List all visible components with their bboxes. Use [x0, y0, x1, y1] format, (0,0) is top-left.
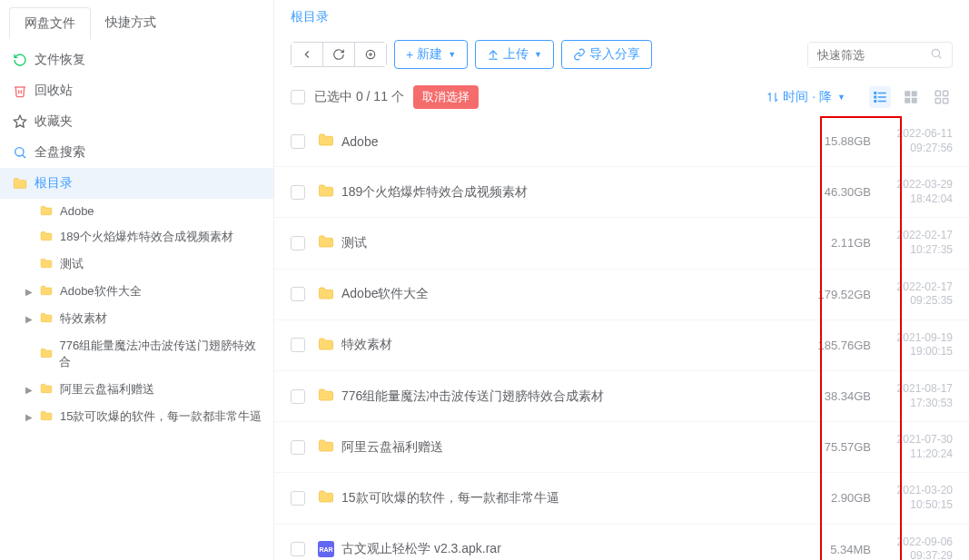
file-type-icon — [318, 388, 334, 405]
import-share-button[interactable]: 导入分享 — [561, 40, 652, 69]
svg-rect-10 — [874, 96, 876, 99]
row-checkbox[interactable] — [291, 338, 305, 352]
file-row[interactable]: 189个火焰爆炸特效合成视频素材 46.30GB 2022-03-2918:42… — [274, 167, 969, 218]
file-date: 2022-06-1109:27:56 — [884, 127, 953, 155]
file-row[interactable]: Adobe软件大全 179.52GB 2022-02-1709:25:35 — [274, 270, 969, 320]
nav-list: 文件恢复 回收站 收藏夹 全盘搜索 — [0, 39, 273, 436]
file-type-icon — [318, 337, 334, 354]
file-row[interactable]: RAR古文观止轻松学 v2.3.apk.rar 5.34MB 2022-09-0… — [274, 525, 969, 561]
nav-favorites[interactable]: 收藏夹 — [0, 106, 273, 137]
row-checkbox[interactable] — [291, 491, 305, 506]
file-row[interactable]: Adobe 15.88GB 2022-06-1109:27:56 — [274, 116, 969, 167]
button-label: 上传 — [503, 46, 529, 63]
file-type-icon — [318, 183, 334, 201]
tree-item[interactable]: 测试 — [15, 251, 273, 278]
tree-item-label: Adobe — [60, 204, 94, 218]
file-name-text: 测试 — [341, 235, 367, 251]
file-name-text: 阿里云盘福利赠送 — [341, 439, 443, 456]
tab-shortcuts[interactable]: 快捷方式 — [91, 7, 171, 39]
new-button[interactable]: + 新建 ▼ — [394, 40, 468, 69]
tree-item[interactable]: 189个火焰爆炸特效合成视频素材 — [15, 223, 273, 251]
search-icon[interactable] — [921, 47, 952, 63]
upload-button[interactable]: 上传 ▼ — [475, 40, 554, 69]
svg-point-6 — [932, 49, 939, 56]
svg-rect-19 — [944, 91, 948, 95]
target-button[interactable] — [355, 43, 386, 66]
file-size: 2.11GB — [798, 236, 871, 250]
toolbar: + 新建 ▼ 上传 ▼ 导入分享 — [274, 34, 969, 78]
file-date: 2022-09-0609:37:29 — [884, 535, 953, 561]
svg-rect-13 — [878, 101, 886, 103]
file-size: 5.34MB — [798, 543, 871, 556]
main-panel: 根目录 + 新建 ▼ 上传 ▼ — [274, 0, 969, 560]
row-checkbox[interactable] — [291, 287, 305, 301]
row-checkbox[interactable] — [291, 236, 305, 251]
file-name: RAR古文观止轻松学 v2.3.apk.rar — [318, 541, 786, 557]
row-checkbox[interactable] — [291, 134, 305, 149]
tree-item[interactable]: ▶Adobe软件大全 — [15, 278, 273, 305]
view-list-icon[interactable] — [869, 86, 891, 108]
file-type-icon — [318, 234, 334, 251]
folder-icon — [40, 383, 54, 396]
refresh-button[interactable] — [323, 43, 355, 66]
select-all-checkbox[interactable] — [291, 90, 305, 104]
search-icon — [13, 145, 27, 160]
sort-dropdown[interactable]: 时间 · 降 ▼ — [766, 89, 845, 105]
folder-tree: Adobe189个火焰爆炸特效合成视频素材测试▶Adobe软件大全▶特效素材77… — [0, 199, 273, 430]
file-row[interactable]: 测试 2.11GB 2022-02-1710:27:35 — [274, 218, 969, 269]
row-checkbox[interactable] — [291, 185, 305, 200]
sort-icon — [766, 91, 779, 103]
file-name: 776组能量魔法冲击波传送门翅膀特效合成素材 — [318, 388, 786, 405]
file-date: 2021-08-1717:30:53 — [884, 382, 953, 410]
view-grid-icon[interactable] — [900, 86, 922, 108]
file-size: 2.90GB — [798, 491, 871, 505]
file-date: 2022-02-1710:27:35 — [884, 229, 953, 257]
button-label: 新建 — [417, 46, 442, 63]
row-checkbox[interactable] — [291, 440, 305, 455]
svg-rect-9 — [878, 93, 886, 94]
chevron-icon: ▶ — [24, 385, 35, 395]
restore-icon — [13, 53, 27, 67]
tree-item[interactable]: ▶特效素材 — [15, 305, 273, 332]
file-row[interactable]: 776组能量魔法冲击波传送门翅膀特效合成素材 38.34GB 2021-08-1… — [274, 371, 969, 422]
nav-root-folder[interactable]: 根目录 — [0, 168, 273, 199]
tree-item[interactable]: ▶15款可吹爆的软件，每一款都非常牛逼 — [15, 403, 273, 430]
svg-rect-18 — [935, 91, 940, 95]
file-row[interactable]: 阿里云盘福利赠送 75.57GB 2021-07-3011:20:24 — [274, 422, 969, 473]
cancel-selection-button[interactable]: 取消选择 — [413, 85, 479, 109]
nav-label: 全盘搜索 — [35, 144, 85, 161]
folder-icon — [40, 231, 54, 243]
breadcrumb[interactable]: 根目录 — [274, 0, 969, 34]
view-switcher — [869, 86, 953, 108]
folder-icon — [40, 205, 54, 218]
row-checkbox[interactable] — [291, 542, 305, 556]
svg-point-4 — [370, 54, 371, 55]
folder-icon — [13, 176, 27, 191]
tree-item[interactable]: ▶阿里云盘福利赠送 — [15, 376, 273, 403]
tree-item-label: 776组能量魔法冲击波传送门翅膀特效合 — [59, 338, 264, 370]
filter-input[interactable] — [808, 43, 921, 67]
chevron-icon: ▶ — [24, 412, 35, 422]
file-name: 测试 — [318, 234, 786, 251]
row-checkbox[interactable] — [291, 389, 305, 404]
file-row[interactable]: 15款可吹爆的软件，每一款都非常牛逼 2.90GB 2021-03-2010:5… — [274, 473, 969, 524]
tree-item[interactable]: 776组能量魔法冲击波传送门翅膀特效合 — [15, 332, 273, 376]
file-row[interactable]: 特效素材 185.76GB 2021-09-1919:00:15 — [274, 320, 969, 371]
tab-disk-files[interactable]: 网盘文件 — [9, 7, 91, 39]
tree-item[interactable]: Adobe — [15, 199, 273, 223]
back-button[interactable] — [292, 43, 323, 66]
search-box — [807, 42, 953, 68]
nav-recycle-bin[interactable]: 回收站 — [0, 75, 273, 106]
nav-full-search[interactable]: 全盘搜索 — [0, 137, 273, 168]
nav-file-restore[interactable]: 文件恢复 — [0, 44, 273, 75]
svg-rect-14 — [905, 91, 910, 96]
svg-rect-8 — [874, 92, 876, 94]
svg-rect-21 — [944, 99, 948, 103]
trash-icon — [13, 84, 27, 98]
plus-icon: + — [406, 47, 413, 62]
chevron-down-icon: ▼ — [534, 50, 542, 59]
file-name: 189个火焰爆炸特效合成视频素材 — [318, 183, 786, 201]
file-name: 15款可吹爆的软件，每一款都非常牛逼 — [318, 489, 786, 506]
view-tiles-icon[interactable] — [931, 86, 953, 108]
folder-icon — [40, 312, 54, 325]
